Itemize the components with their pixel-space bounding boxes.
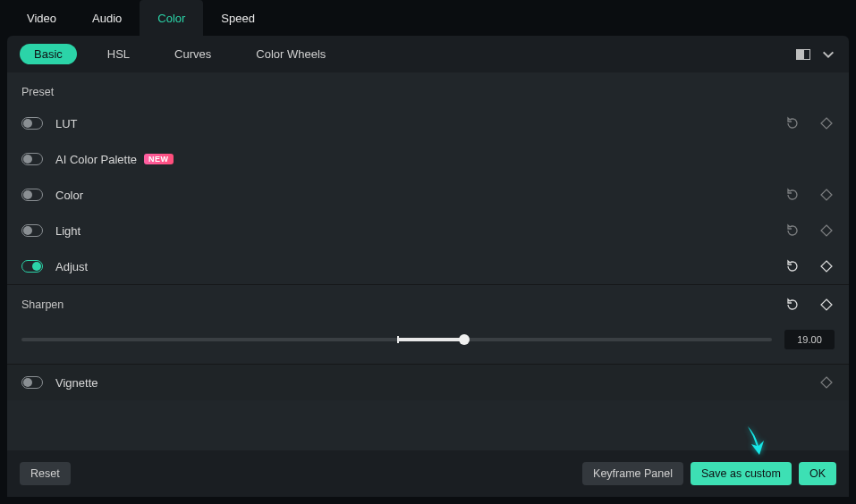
sharpen-header: Sharpen: [7, 285, 849, 324]
panel-body: Preset LUT AI Color Palette NEW Color: [7, 73, 849, 497]
color-panel: Basic HSL Curves Color Wheels Preset LUT: [7, 36, 849, 497]
subtab-color-wheels[interactable]: Color Wheels: [242, 44, 340, 64]
row-lut: LUT: [7, 105, 849, 141]
preset-label: Preset: [7, 73, 849, 105]
toggle-color[interactable]: [21, 189, 43, 201]
keyframe-icon[interactable]: [818, 258, 835, 274]
compare-icon[interactable]: [795, 46, 811, 63]
vignette-label: Vignette: [55, 376, 97, 390]
reset-icon[interactable]: [784, 223, 801, 239]
reset-icon[interactable]: [784, 297, 801, 313]
color-label: Color: [55, 189, 83, 202]
adjust-label: Adjust: [55, 260, 88, 273]
subtab-curves[interactable]: Curves: [160, 44, 225, 64]
save-as-custom-button[interactable]: Save as custom: [691, 462, 792, 485]
row-adjust: Adjust: [7, 248, 849, 284]
row-vignette: Vignette: [7, 365, 849, 400]
keyframe-icon[interactable]: [818, 297, 835, 313]
sharpen-slider-row: 19.00: [7, 324, 849, 364]
row-ai-color-palette: AI Color Palette NEW: [7, 141, 849, 177]
keyframe-icon[interactable]: [818, 115, 835, 131]
keyframe-icon[interactable]: [818, 223, 835, 239]
toggle-adjust[interactable]: [21, 260, 43, 273]
slider-thumb[interactable]: [459, 334, 470, 345]
toggle-light[interactable]: [21, 224, 43, 237]
keyframe-panel-button[interactable]: Keyframe Panel: [582, 462, 683, 485]
lut-label: LUT: [55, 117, 78, 130]
toggle-lut[interactable]: [21, 117, 43, 130]
ok-button[interactable]: OK: [799, 462, 836, 485]
reset-button[interactable]: Reset: [20, 462, 71, 485]
reset-icon[interactable]: [784, 115, 801, 131]
tab-speed[interactable]: Speed: [203, 0, 273, 36]
row-color: Color: [7, 177, 849, 213]
toggle-vignette[interactable]: [21, 376, 43, 389]
keyframe-icon[interactable]: [818, 374, 835, 391]
reset-icon[interactable]: [784, 258, 801, 274]
tab-color[interactable]: Color: [140, 0, 203, 36]
subtab-basic[interactable]: Basic: [20, 44, 77, 64]
sharpen-slider[interactable]: [21, 338, 772, 341]
new-badge: NEW: [144, 154, 174, 164]
top-tabs: Video Audio Color Speed: [0, 0, 856, 36]
tab-video[interactable]: Video: [9, 0, 74, 36]
subtab-hsl[interactable]: HSL: [93, 44, 144, 64]
ai-color-palette-label: AI Color Palette: [55, 153, 137, 166]
row-light: Light: [7, 213, 849, 248]
chevron-down-icon[interactable]: [820, 46, 836, 63]
sharpen-label: Sharpen: [21, 298, 64, 311]
tab-audio[interactable]: Audio: [74, 0, 140, 36]
light-label: Light: [55, 224, 81, 238]
toggle-ai-color-palette[interactable]: [21, 153, 43, 165]
sub-tabs: Basic HSL Curves Color Wheels: [7, 36, 849, 73]
reset-icon[interactable]: [784, 187, 801, 203]
sharpen-value[interactable]: 19.00: [784, 330, 835, 349]
keyframe-icon[interactable]: [818, 187, 835, 203]
footer: Reset Keyframe Panel Save as custom OK: [7, 450, 849, 497]
